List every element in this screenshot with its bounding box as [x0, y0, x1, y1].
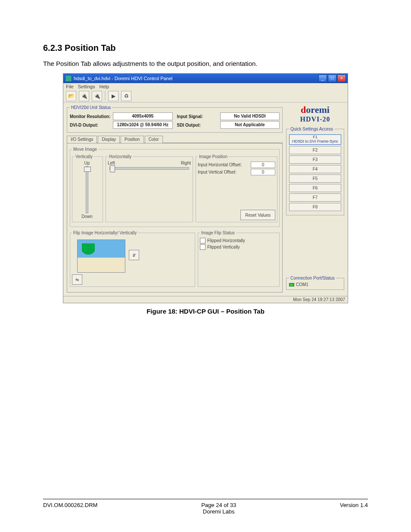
tab-display[interactable]: Display: [98, 136, 120, 143]
unit-status-group: HDVI20d Unit Status Monitor Resolution: …: [67, 105, 283, 133]
connection-status-group: Connection Port/Status COM1: [286, 276, 344, 290]
statusbar-timestamp: Mon Sep 24 19:27:13 2007: [63, 296, 348, 303]
quick-f7-button[interactable]: F7: [289, 193, 341, 202]
flipped-horizontally-checkbox[interactable]: [200, 238, 206, 243]
vertical-group: Vertically Up Down: [72, 154, 103, 222]
quick-f4-button[interactable]: F4: [289, 165, 341, 173]
quick-f2-button[interactable]: F2: [289, 146, 341, 154]
horizontal-group: Horizontally Left Right: [106, 154, 193, 222]
footer-company: Doremi Labs: [203, 508, 235, 515]
menubar: File Settings Help: [63, 83, 348, 90]
input-signal-value: No Valid HDSDI: [220, 112, 280, 120]
window-titlebar: hdsdi_to_dvi.hdvi - Doremi HDVI Control …: [63, 74, 348, 83]
toolbar-open-icon[interactable]: 📂: [66, 91, 76, 101]
flip-preview-image: [77, 240, 125, 273]
toolbar-send-icon[interactable]: ▶: [108, 91, 118, 101]
quick-f6-button[interactable]: F6: [289, 184, 341, 192]
input-vertical-offset-label: Input Vertical Offset:: [198, 170, 249, 174]
connection-led-icon: [289, 283, 294, 286]
app-window: hdsdi_to_dvi.hdvi - Doremi HDVI Control …: [63, 73, 348, 303]
connection-port-value: COM1: [296, 282, 308, 287]
app-icon: [65, 75, 72, 82]
input-horizontal-offset-value[interactable]: 0: [251, 162, 275, 168]
vertical-up-label: Up: [84, 161, 90, 165]
quick-f1-button[interactable]: F1 HDSDI to DVI Frame-Sync: [289, 134, 341, 145]
vertical-slider[interactable]: [86, 166, 88, 213]
input-horizontal-offset-label: Input Horizontal Offset:: [198, 162, 249, 167]
monitor-resolution-value: 4095x4095: [113, 112, 173, 120]
quick-f3-button[interactable]: F3: [289, 156, 341, 164]
tab-position[interactable]: Position: [121, 136, 144, 143]
window-close-button[interactable]: ×: [337, 75, 346, 82]
horizontal-slider-thumb[interactable]: [110, 165, 115, 172]
horizontal-slider[interactable]: [109, 167, 189, 170]
quick-f8-button[interactable]: F8: [289, 203, 341, 211]
sdi-output-value: Not Applicable: [220, 121, 280, 129]
sdi-output-label: SDI Output:: [177, 123, 220, 128]
section-intro-text: The Position Tab allows adjustments to t…: [43, 60, 368, 67]
flipped-horizontally-label: Flipped Horizontally: [207, 238, 245, 243]
brand-logo: doremi HDVI-20: [286, 104, 344, 123]
menu-settings[interactable]: Settings: [78, 84, 95, 89]
tab-io-settings[interactable]: I/O Settings: [67, 136, 97, 143]
toolbar-connect-icon[interactable]: 🔌: [79, 91, 89, 101]
footer-doc-id: DVI.OM.000262.DRM: [43, 502, 97, 515]
figure-caption: Figure 18: HDVI-CP GUI – Position Tab: [43, 308, 368, 315]
tab-strip: I/O Settings Display Position Color: [67, 135, 283, 143]
horizontal-legend: Horizontally: [108, 154, 133, 159]
flip-vertical-button[interactable]: ⇵: [129, 250, 139, 260]
vertical-slider-thumb[interactable]: [84, 167, 91, 172]
flipped-vertically-label: Flipped Vertically: [207, 245, 240, 249]
input-signal-label: Input Signal:: [177, 114, 220, 119]
image-position-legend: Image Position: [198, 154, 229, 159]
flip-horizontal-button[interactable]: ⇋: [72, 274, 82, 285]
image-flip-status-legend: Image Flip Status: [200, 230, 236, 235]
quick-settings-legend: Quick Settings Access: [289, 127, 334, 131]
menu-file[interactable]: File: [66, 84, 74, 89]
connection-status-legend: Connection Port/Status: [289, 276, 336, 280]
vertical-down-label: Down: [81, 214, 93, 219]
flip-image-group: Flip Image Horizontally/ Vertically ⇋ ⇵: [70, 230, 195, 287]
window-maximize-button[interactable]: □: [328, 75, 336, 82]
move-image-legend: Move Image: [72, 147, 98, 152]
toolbar: 📂 🔌 🔌 ▶ ♻: [63, 90, 348, 103]
tab-body-position: Move Image Vertically Up Down: [67, 143, 283, 292]
toolbar-refresh-icon[interactable]: ♻: [121, 91, 131, 101]
image-flip-status-group: Image Flip Status Flipped Horizontally F…: [198, 230, 280, 287]
quick-settings-group: Quick Settings Access F1 HDSDI to DVI Fr…: [286, 127, 344, 215]
monitor-resolution-label: Monitor Resolution:: [70, 114, 113, 119]
move-image-group: Move Image Vertically Up Down: [70, 147, 280, 227]
unit-status-legend: HDVI20d Unit Status: [70, 105, 112, 110]
input-vertical-offset-value[interactable]: 0: [251, 169, 275, 175]
window-minimize-button[interactable]: _: [318, 75, 327, 82]
footer-version: Version 1.4: [340, 502, 368, 515]
dvi-d-output-label: DVI-D Output:: [70, 123, 113, 128]
menu-help[interactable]: Help: [99, 84, 109, 89]
page-footer: DVI.OM.000262.DRM Page 24 of 33 Doremi L…: [43, 499, 368, 515]
footer-page-number: Page 24 of 33: [201, 502, 236, 508]
toolbar-disconnect-icon[interactable]: 🔌: [92, 91, 102, 101]
dvi-d-output-value: 1280x1024 @ 59.94/60 Hz: [113, 121, 173, 129]
flip-image-legend: Flip Image Horizontally/ Vertically: [72, 230, 138, 235]
window-title: hdsdi_to_dvi.hdvi - Doremi HDVI Control …: [74, 76, 172, 81]
flipped-vertically-checkbox[interactable]: [200, 244, 206, 250]
toolbar-separator: [105, 91, 106, 100]
quick-f5-button[interactable]: F5: [289, 174, 341, 183]
image-position-group: Image Position Input Horizontal Offset: …: [196, 154, 277, 222]
section-heading: 6.2.3 Position Tab: [43, 43, 368, 53]
horizontal-left-label: Left: [108, 161, 115, 165]
tab-color[interactable]: Color: [145, 136, 163, 143]
horizontal-right-label: Right: [181, 161, 191, 165]
reset-values-button[interactable]: Reset Values: [240, 210, 275, 220]
vertical-legend: Vertically: [74, 154, 94, 159]
